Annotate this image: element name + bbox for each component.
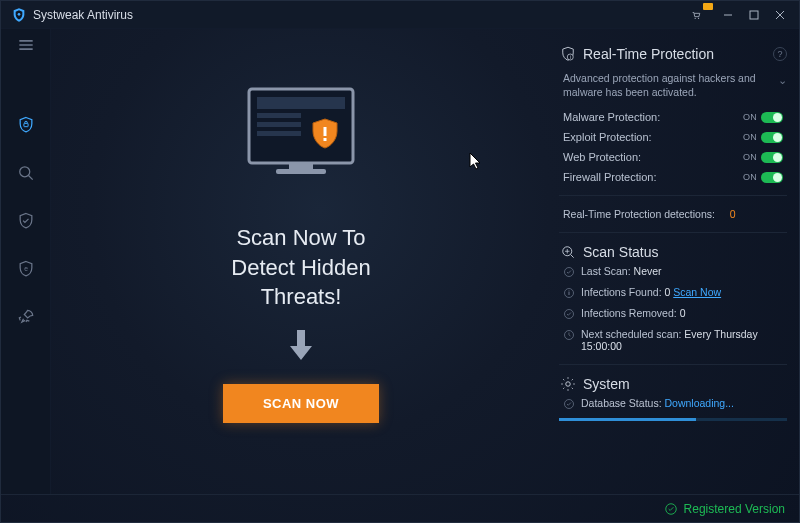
down-arrow-icon <box>286 328 316 366</box>
toggle-label: Web Protection: <box>563 151 641 163</box>
cart-badge <box>703 3 713 10</box>
sidebar-item-exploit[interactable]: e <box>1 245 51 293</box>
rocket-icon <box>16 307 36 327</box>
svg-point-25 <box>566 382 571 387</box>
right-panel: i Real-Time Protection ? Advanced protec… <box>551 29 799 494</box>
svg-point-2 <box>698 17 699 18</box>
svg-rect-3 <box>750 11 758 19</box>
svg-rect-9 <box>257 113 301 118</box>
menu-button[interactable] <box>1 29 51 61</box>
center-panel: Scan Now To Detect Hidden Threats! SCAN … <box>51 29 551 494</box>
svg-rect-10 <box>257 122 301 127</box>
infections-removed-row: Infections Removed: 0 <box>563 307 783 320</box>
headline-line-1: Scan Now To <box>231 223 370 253</box>
svg-text:e: e <box>24 265 28 272</box>
check-circle-icon <box>563 398 575 410</box>
svg-rect-12 <box>289 163 313 169</box>
toggle-label: Malware Protection: <box>563 111 660 123</box>
check-circle-icon <box>664 502 678 516</box>
toggle-label: Exploit Protection: <box>563 131 652 143</box>
check-circle-icon <box>563 308 575 320</box>
toggle-label: Firewall Protection: <box>563 171 657 183</box>
footer: Registered Version <box>1 494 799 522</box>
system-heading: System <box>559 375 787 393</box>
headline-line-3: Threats! <box>231 282 370 312</box>
headline-line-2: Detect Hidden <box>231 253 370 283</box>
app-title: Systweak Antivirus <box>33 8 133 22</box>
svg-rect-4 <box>24 123 28 126</box>
main: Scan Now To Detect Hidden Threats! SCAN … <box>51 29 799 494</box>
close-button[interactable] <box>767 5 793 25</box>
cart-icon <box>691 10 701 20</box>
toggle-web: Web Protection: ON <box>563 151 783 163</box>
db-status-row: Database Status: Downloading... <box>563 397 783 410</box>
rtp-detections: Real-Time Protection detections: 0 <box>563 208 783 220</box>
toggle-firewall: Firewall Protection: ON <box>563 171 783 183</box>
svg-rect-22 <box>569 291 570 292</box>
sidebar-item-boost[interactable] <box>1 293 51 341</box>
next-scan-row: Next scheduled scan: Every Thursday 15:0… <box>563 328 783 352</box>
sidebar-item-protection[interactable] <box>1 101 51 149</box>
scan-status-title: Scan Status <box>583 244 659 260</box>
sidebar: e <box>1 29 51 494</box>
svg-text:i: i <box>570 55 571 60</box>
sidebar-item-scan[interactable] <box>1 149 51 197</box>
monitor-illustration <box>231 79 371 203</box>
db-progress <box>559 418 787 421</box>
svg-rect-14 <box>324 127 327 136</box>
scan-status-heading: Scan Status <box>559 243 787 261</box>
toggle-malware: Malware Protection: ON <box>563 111 783 123</box>
minimize-button[interactable] <box>715 5 741 25</box>
headline: Scan Now To Detect Hidden Threats! <box>231 223 370 312</box>
app-window: Systweak Antivirus e <box>0 0 800 523</box>
svg-point-1 <box>695 17 696 18</box>
rtp-note[interactable]: Advanced protection against hackers and … <box>563 71 787 99</box>
check-circle-icon <box>563 266 575 278</box>
system-title: System <box>583 376 630 392</box>
scan-now-button[interactable]: SCAN NOW <box>223 384 379 423</box>
switch-exploit[interactable] <box>761 132 783 143</box>
help-button[interactable]: ? <box>773 47 787 61</box>
switch-web[interactable] <box>761 152 783 163</box>
svg-rect-11 <box>257 131 301 136</box>
minimize-icon <box>723 10 733 20</box>
app-logo-icon <box>11 7 27 23</box>
svg-rect-8 <box>257 97 345 109</box>
info-icon <box>563 287 575 299</box>
hamburger-icon <box>16 35 36 55</box>
shield-e-icon: e <box>16 259 36 279</box>
maximize-icon <box>749 10 759 20</box>
db-status-value: Downloading... <box>664 397 733 409</box>
rtp-title: Real-Time Protection <box>583 46 714 62</box>
sidebar-item-shield[interactable] <box>1 197 51 245</box>
titlebar: Systweak Antivirus <box>1 1 799 29</box>
body: e <box>1 29 799 494</box>
infections-found-row: Infections Found: 0 Scan Now <box>563 286 783 299</box>
switch-firewall[interactable] <box>761 172 783 183</box>
toggle-exploit: Exploit Protection: ON <box>563 131 783 143</box>
chevron-down-icon: ⌄ <box>778 73 787 87</box>
scan-icon <box>559 243 577 261</box>
switch-malware[interactable] <box>761 112 783 123</box>
gear-icon <box>559 375 577 393</box>
search-icon <box>16 163 36 183</box>
last-scan-row: Last Scan: Never <box>563 265 783 278</box>
rtp-heading: i Real-Time Protection ? <box>559 45 787 63</box>
close-icon <box>775 10 785 20</box>
scan-now-link[interactable]: Scan Now <box>673 286 721 298</box>
footer-status: Registered Version <box>684 502 785 516</box>
clock-icon <box>563 329 575 341</box>
shield-check-icon <box>16 211 36 231</box>
cart-button[interactable] <box>683 5 709 25</box>
shield-lock-icon <box>16 115 36 135</box>
svg-point-5 <box>20 167 30 177</box>
shield-info-icon: i <box>559 45 577 63</box>
svg-rect-13 <box>276 169 326 174</box>
svg-point-0 <box>18 13 21 16</box>
maximize-button[interactable] <box>741 5 767 25</box>
svg-rect-21 <box>569 292 570 295</box>
svg-rect-15 <box>324 138 327 141</box>
